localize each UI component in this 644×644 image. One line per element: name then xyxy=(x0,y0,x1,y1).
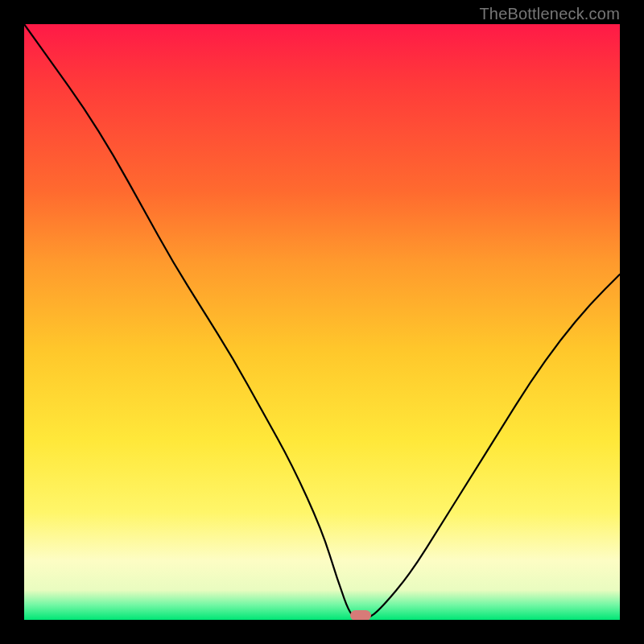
plot-area xyxy=(24,24,620,620)
bottleneck-curve xyxy=(24,24,620,620)
minimum-marker xyxy=(350,610,371,620)
watermark-text: TheBottleneck.com xyxy=(479,5,620,23)
chart-frame: TheBottleneck.com xyxy=(0,0,644,644)
